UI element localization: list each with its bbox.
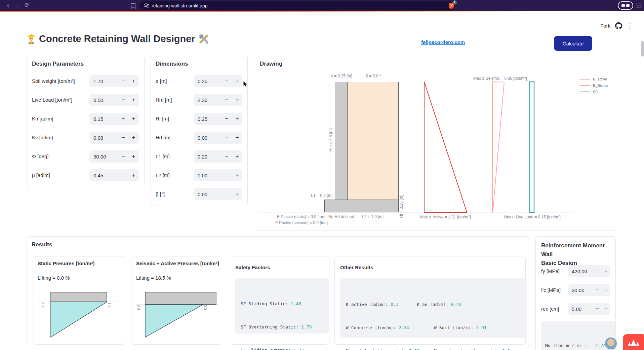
increment-button[interactable]: + [232,78,242,84]
increment-button[interactable]: + [232,115,242,122]
divider [445,3,445,8]
input-value[interactable]: 1.70 [89,78,118,84]
streamlit-badge[interactable] [623,334,644,350]
bookmark-icon[interactable] [131,3,135,9]
input-label: Kh [adim] [32,116,53,121]
hm-row: Hm [m] 2.30 − + [151,94,247,106]
code-line: K active [adim]: 0.3 K ae [adim]: 0.42 [346,301,527,308]
increment-button[interactable]: + [128,134,139,141]
decrement-button: − [222,134,232,141]
hd-input[interactable]: 0.00 − + [194,132,242,144]
phi-input[interactable]: 30.00 − + [89,150,139,163]
soil-weight-input[interactable]: 1.70 − + [89,75,139,87]
increment-button[interactable]: + [128,153,139,160]
increment-button[interactable]: + [232,97,242,103]
avatar[interactable] [605,337,617,350]
decrement-button[interactable]: − [118,97,128,103]
increment-button[interactable]: + [128,115,139,122]
decrement-button[interactable]: − [118,172,128,179]
hammer-wrench-emoji [199,34,209,44]
increment-button[interactable]: + [602,268,610,275]
url-text[interactable]: retaining-wall.streamlit.app [152,3,208,8]
input-value[interactable]: 0.25 [194,78,222,84]
dimensions-card: Dimensions e [m] 0.25 − + Hm [m] 2.30 − … [151,55,248,206]
address-bar[interactable]: retaining-wall.streamlit.app 2 [139,1,455,10]
reload-icon[interactable]: ⟳ [24,2,30,9]
l2-input[interactable]: 1.00 − + [194,169,242,181]
rec-input[interactable]: 5.00 − + [568,303,610,315]
beta-dimension-label: β = 0.0 ° [362,74,385,78]
code-label: K ae [adim]: [417,302,451,307]
l1-input[interactable]: 0.20 − + [194,150,242,163]
decrement-button[interactable]: − [593,306,602,312]
phi-row: Φ [deg] 30.00 − + [27,150,144,163]
increment-button[interactable]: + [232,134,242,141]
decrement-button[interactable]: − [593,287,602,293]
wall-footing [324,200,399,212]
increment-button[interactable]: + [602,287,610,293]
decrement-button[interactable]: − [222,172,232,179]
live-load-input[interactable]: 0.50 − + [89,94,139,106]
input-value[interactable]: 30.00 [89,154,118,160]
menu-icon[interactable] [636,3,642,8]
input-value[interactable]: 2.30 [194,97,222,103]
beta-input[interactable]: 0.00 − + [194,188,242,200]
forward-icon[interactable]: › [14,2,21,9]
decrement-button[interactable]: − [222,115,232,122]
legend-item: E_Sismo [580,82,608,89]
increment-button[interactable]: + [232,191,242,198]
decrement-button[interactable]: − [222,153,232,160]
back-icon[interactable]: ‹ [5,2,11,9]
decrement-button[interactable]: − [118,115,128,122]
kv-input[interactable]: 0.08 − + [89,132,139,144]
e-input[interactable]: 0.25 − + [194,75,242,87]
input-value[interactable]: 0.08 [89,135,118,141]
overflow-menu-icon[interactable]: ⋮ [627,23,633,29]
increment-button[interactable]: + [232,172,242,179]
decrement-button: − [222,191,232,198]
fy-input[interactable]: 420.00 − + [568,265,610,277]
increment-button[interactable]: + [128,78,139,84]
input-value[interactable]: 30.00 [568,287,593,293]
input-value[interactable]: 0.25 [194,116,222,122]
site-settings-icon[interactable] [144,4,149,8]
lifting-value: Lifting = 18.5 % [136,275,171,281]
hf-dimension-label: Hf = 0.25 [m] [399,191,404,221]
fc-input[interactable]: 30.00 − + [568,284,610,296]
mu-input[interactable]: 0.45 − + [89,169,139,181]
decrement-button[interactable]: − [222,97,232,103]
increment-button[interactable]: + [232,153,242,160]
hm-input[interactable]: 2.30 − + [194,94,242,106]
input-value[interactable]: 5.00 [568,306,593,312]
decrement-button[interactable]: − [222,78,232,84]
input-value[interactable]: 1.00 [194,173,222,178]
input-value[interactable]: 420.00 [568,269,593,274]
increment-button[interactable]: + [128,172,139,179]
input-value[interactable]: 0.00 [194,191,222,197]
decrement-button[interactable]: − [118,134,128,141]
calculate-button[interactable]: Calculate [554,36,592,51]
lifting-value: Lifting = 0.0 % [38,275,70,281]
decrement-button[interactable]: − [118,153,128,160]
kh-input[interactable]: 0.15 − + [89,113,139,125]
brave-vpn-button[interactable] [618,1,633,10]
author-link[interactable]: felipecordero.com [421,39,465,45]
input-value[interactable]: 0.45 [89,173,118,178]
static-pressures-card: Static Presures [ton/m²] Lifting = 0.0 %… [33,256,125,345]
scrollbar-thumb[interactable] [641,41,644,57]
decrement-button[interactable]: − [593,268,602,275]
input-value[interactable]: 0.50 [89,97,118,103]
input-value[interactable]: 0.00 [194,135,222,141]
code-label: Mu [ton m / m] : [545,343,595,348]
github-icon[interactable] [615,22,622,29]
input-value[interactable]: 0.20 [194,154,222,160]
input-label: rec [cm] [541,306,559,312]
increment-button[interactable]: + [128,97,139,103]
hf-input[interactable]: 0.25 − + [194,113,242,125]
fork-button[interactable]: Fork [600,23,610,29]
beta-row: β [°] 0.00 − + [151,188,247,200]
increment-button[interactable]: + [602,306,610,312]
e-dimension-label: e = 0.25 [m] [330,74,353,78]
decrement-button[interactable]: − [118,78,128,84]
input-value[interactable]: 0.15 [89,116,118,122]
